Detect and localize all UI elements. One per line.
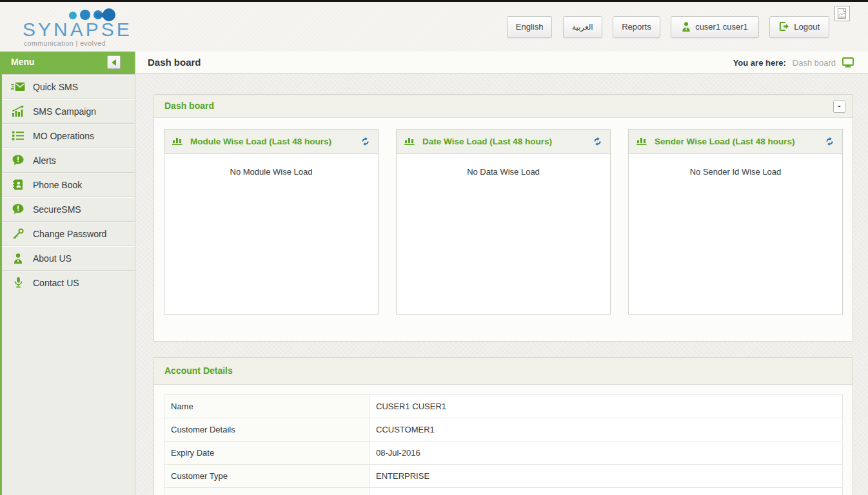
- reports-button[interactable]: Reports: [613, 16, 660, 38]
- account-panel-header: Account Details: [154, 358, 853, 385]
- row-value: CUSER1 CUSER1: [370, 395, 843, 418]
- main-content: Dash board You are here: Dash board Dash…: [136, 52, 868, 495]
- row-label: Expiry Date: [164, 442, 370, 465]
- table-row: Customer Details CCUSTOMER1: [164, 418, 843, 442]
- sidebar-item-label: Phone Book: [33, 180, 82, 190]
- card-module-wise-load: Module Wise Load (Last 48 hours) No Modu…: [164, 129, 379, 315]
- dashboard-panel-title: Dash board: [164, 101, 214, 111]
- contact-book-icon: [11, 179, 25, 191]
- sidebar-item-label: MO Operations: [33, 131, 94, 141]
- sidebar-item-quick-sms[interactable]: Quick SMS: [2, 74, 135, 99]
- chevron-left-icon: [112, 59, 116, 66]
- breadcrumb-label: You are here:: [733, 58, 786, 68]
- card-header: Module Wise Load (Last 48 hours): [164, 130, 378, 154]
- card-empty-text: No Sender Id Wise Load: [629, 154, 842, 177]
- row-value: ENTERPRISE: [370, 465, 843, 488]
- breadcrumb-current: Dash board: [793, 58, 836, 68]
- sidebar-item-alerts[interactable]: Alerts: [2, 148, 135, 172]
- sidebar-item-phone-book[interactable]: Phone Book: [2, 172, 135, 197]
- logo-title: SYNAPSE: [23, 19, 132, 41]
- minimize-panel-button[interactable]: -: [833, 101, 845, 113]
- refresh-button[interactable]: [360, 137, 370, 146]
- header-buttons: English العربية Reports cuser1 cuser1 Lo…: [507, 16, 829, 38]
- secure-bubble-icon: [11, 204, 25, 215]
- row-label: Credit System: [164, 488, 370, 495]
- sidebar-item-mo-operations[interactable]: MO Operations: [2, 123, 135, 148]
- logo-tagline: communication | evolved: [24, 39, 106, 47]
- person-icon: [11, 253, 25, 264]
- alert-bubble-icon: [11, 155, 25, 166]
- english-language-button[interactable]: English: [507, 16, 553, 38]
- sidebar: Menu Quick SMS SMS Campaign MO Operation…: [0, 52, 135, 495]
- monitor-icon: [842, 57, 854, 68]
- logout-button[interactable]: Logout: [769, 16, 829, 38]
- broken-image-icon: [834, 6, 850, 21]
- row-label: Name: [164, 395, 370, 418]
- logout-label: Logout: [794, 22, 820, 32]
- sidebar-item-label: Alerts: [33, 155, 56, 166]
- microphone-icon: [11, 277, 25, 289]
- refresh-button[interactable]: [593, 137, 602, 146]
- sidebar-item-label: Change Password: [33, 229, 106, 239]
- user-account-button[interactable]: cuser1 cuser1: [671, 16, 759, 38]
- bar-chart-icon: [404, 135, 415, 148]
- account-details-table: Name CUSER1 CUSER1 Customer Details CCUS…: [164, 394, 843, 495]
- arabic-language-button[interactable]: العربية: [563, 16, 602, 38]
- page-titlebar: Dash board You are here: Dash board: [136, 52, 868, 74]
- table-row: Credit System POSTPAID: [164, 488, 843, 495]
- row-label: Customer Type: [164, 465, 370, 488]
- collapse-sidebar-button[interactable]: [107, 55, 121, 69]
- row-label: Customer Details: [164, 418, 370, 442]
- chart-up-icon: [11, 106, 25, 117]
- account-details-panel: Account Details Name CUSER1 CUSER1 Custo…: [153, 357, 853, 495]
- card-header: Date Wise Load (Last 48 hours): [397, 130, 610, 154]
- sidebar-item-contact-us[interactable]: Contact US: [2, 270, 135, 295]
- card-header: Sender Wise Load (Last 48 hours): [629, 130, 842, 154]
- dashboard-panel-header: Dash board -: [154, 95, 853, 118]
- sidebar-item-sms-campaign[interactable]: SMS Campaign: [2, 99, 135, 123]
- page-title: Dash board: [148, 57, 201, 68]
- sidebar-menu-header: Menu: [0, 52, 135, 74]
- sidebar-item-label: SecureSMS: [33, 204, 81, 215]
- sidebar-item-secure-sms[interactable]: SecureSMS: [2, 197, 135, 221]
- synapse-logo: SYNAPSE communication | evolved: [23, 7, 139, 48]
- envelope-icon: [11, 81, 25, 93]
- row-value: 08-Jul-2016: [370, 442, 843, 465]
- user-icon: [682, 19, 691, 39]
- logout-icon: [779, 19, 789, 39]
- app-header: SYNAPSE communication | evolved English …: [0, 2, 868, 52]
- card-title: Sender Wise Load (Last 48 hours): [655, 137, 825, 146]
- table-row: Expiry Date 08-Jul-2016: [164, 442, 843, 465]
- card-title: Date Wise Load (Last 48 hours): [422, 137, 593, 146]
- account-panel-body: Name CUSER1 CUSER1 Customer Details CCUS…: [154, 385, 853, 495]
- row-value: POSTPAID: [370, 488, 843, 495]
- card-empty-text: No Data Wise Load: [397, 154, 610, 177]
- key-icon: [11, 228, 25, 240]
- bar-chart-icon: [636, 135, 647, 148]
- refresh-button[interactable]: [825, 137, 834, 146]
- breadcrumb: You are here: Dash board: [733, 57, 854, 68]
- table-row: Customer Type ENTERPRISE: [164, 465, 843, 488]
- card-empty-text: No Module Wise Load: [164, 154, 378, 177]
- card-title: Module Wise Load (Last 48 hours): [190, 137, 360, 146]
- content-scroll-area[interactable]: Dash board - Module Wise Load (Last 48 h…: [136, 75, 868, 495]
- account-panel-title: Account Details: [164, 365, 233, 376]
- card-sender-wise-load: Sender Wise Load (Last 48 hours) No Send…: [628, 129, 843, 315]
- sidebar-item-about-us[interactable]: About US: [2, 246, 135, 270]
- menu-title: Menu: [11, 57, 35, 67]
- bar-chart-icon: [172, 135, 183, 148]
- card-date-wise-load: Date Wise Load (Last 48 hours) No Data W…: [396, 129, 611, 315]
- dashboard-panel-body: Module Wise Load (Last 48 hours) No Modu…: [154, 118, 853, 341]
- dashboard-panel: Dash board - Module Wise Load (Last 48 h…: [153, 94, 853, 342]
- user-name-label: cuser1 cuser1: [695, 22, 748, 32]
- sidebar-item-change-password[interactable]: Change Password: [2, 221, 135, 246]
- sidebar-item-label: Contact US: [33, 278, 79, 288]
- sidebar-item-label: Quick SMS: [33, 82, 78, 92]
- sidebar-item-label: SMS Campaign: [33, 106, 96, 117]
- sidebar-item-label: About US: [33, 253, 72, 264]
- row-value: CCUSTOMER1: [370, 418, 843, 442]
- table-row: Name CUSER1 CUSER1: [164, 395, 843, 418]
- list-icon: [11, 130, 25, 142]
